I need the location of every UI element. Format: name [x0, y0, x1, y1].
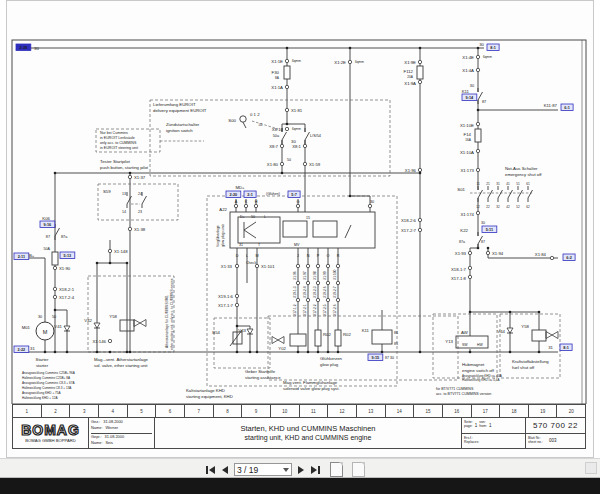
diagram-label: K11: [462, 89, 470, 94]
title-block: BOMAG BOMAG GMBH BOPPARD Gez.: 31.08.200…: [12, 418, 586, 449]
terminal: [316, 281, 319, 284]
last-page-button[interactable]: [310, 465, 321, 475]
diagram-label: G: [297, 200, 300, 204]
diagram-label: F112: [404, 69, 414, 74]
diagram-label: 87: [482, 100, 486, 104]
checked-name-row: Name: Seis: [91, 441, 152, 446]
window-resize-grip[interactable]: [585, 462, 597, 474]
terminal: [235, 303, 238, 306]
grid-number: 20: [557, 405, 585, 417]
diagram-label: 30: [470, 84, 474, 88]
grid-number: 3: [70, 405, 99, 417]
terminal: [476, 211, 479, 214]
diagram-label: 31: [30, 346, 35, 351]
diagram-label: Tester Startpilot: [100, 159, 131, 164]
junction-dot: [109, 262, 112, 265]
diagram-label: L/S/54: [310, 134, 321, 138]
diagram-label: 0 1 2: [250, 112, 260, 117]
terminal: [486, 251, 489, 254]
junction-dot: [538, 311, 541, 314]
diagram-label: X1:148: [114, 249, 128, 254]
diagram-label: fuel shut off: [512, 365, 535, 370]
next-page-button[interactable]: [297, 465, 305, 475]
diagram-label: 87a: [61, 235, 68, 239]
diagram-label: X17-1:7: [218, 303, 234, 308]
checked-row: Gepr.: 31.08.2000: [91, 433, 152, 440]
contact-icon: [498, 190, 503, 198]
diagram-label: 51: [516, 182, 520, 186]
first-page-button[interactable]: [205, 465, 216, 475]
diagram-label: X1:1E: [271, 59, 283, 64]
fuse-icon: [52, 252, 58, 265]
page-dropdown-icon[interactable]: [283, 468, 289, 472]
sheet-reference-text: 2:11: [18, 255, 25, 259]
contact-icon: [478, 92, 483, 100]
diagram-label: N: [307, 254, 310, 258]
sheet-reference-text: 6:1: [564, 106, 570, 110]
diagram-label: 41: [506, 182, 510, 186]
junction-dot: [469, 311, 472, 314]
diagram-label: X1:81: [291, 108, 303, 113]
contact-icon: [478, 190, 483, 198]
key-switch-icon: [243, 122, 246, 128]
junction-dot: [349, 47, 352, 50]
page-number-input[interactable]: 3 / 19: [234, 463, 292, 476]
diagram-label: 23: [138, 210, 142, 214]
diagram-label: F14: [464, 132, 472, 137]
junction-dot: [487, 247, 490, 250]
terminal: [476, 122, 479, 125]
component-box: [335, 330, 341, 346]
diagram-label: 87 30: [385, 356, 394, 360]
replaces-label: Ers.f.: Replaces:: [464, 437, 479, 445]
diagram-label: X1:1A: [271, 85, 283, 90]
diagram-label: M: [255, 254, 258, 258]
diagram-label: S00: [228, 118, 236, 123]
name-label: Name:: [91, 426, 102, 431]
diagram-label: X19-2:3: [313, 286, 317, 298]
diagram-label: X1:100: [333, 269, 337, 280]
diagram-label: X1:97: [303, 271, 307, 280]
diagram-label: 61: [526, 182, 530, 186]
junction-dot: [317, 351, 320, 354]
diagram-label: V41: [54, 324, 62, 329]
diagram-label: 16A: [465, 138, 472, 142]
diagram-label: 22: [486, 205, 490, 209]
junction-dot: [307, 351, 310, 354]
junction-dot: [236, 351, 239, 354]
facing-page-layout-button[interactable]: [352, 462, 365, 477]
diagram-label: 15: [306, 216, 310, 220]
valve-icon: [546, 332, 558, 339]
diode-icon: [94, 323, 100, 328]
diagram-label: Anzugswicklung Cummins C25B+ 96A: [22, 371, 76, 375]
terminal: [128, 175, 131, 178]
diagram-label: Haltewicklung Cummins C25B+ 8A: [22, 376, 71, 380]
grid-number: 18: [500, 405, 529, 417]
diagram-label: J: [297, 254, 299, 258]
single-page-layout-button[interactable]: [330, 462, 343, 477]
grid-number: 1: [13, 405, 42, 417]
contact-icon: [488, 190, 493, 198]
last-page-icon: [311, 466, 317, 474]
terminal: [476, 55, 479, 58]
diagram-label: R02: [323, 332, 331, 337]
page-label: Seite: page:: [464, 421, 473, 429]
terminal: [303, 162, 306, 165]
terminal: [53, 295, 56, 298]
terminal: [418, 60, 421, 63]
diagram-label: 13: [122, 192, 126, 196]
document-number: 570 700 22: [526, 418, 585, 433]
diagram-label: 31: [548, 345, 553, 350]
contact-icon: [528, 190, 533, 198]
previous-page-icon: [222, 466, 228, 474]
junction-dot: [419, 351, 422, 354]
diagram-label: X1:173: [460, 168, 474, 173]
diagram-label: Kraftstoffabstellung: [512, 359, 549, 364]
junction-dot: [256, 351, 259, 354]
terminal: [468, 251, 471, 254]
previous-page-button[interactable]: [221, 465, 229, 475]
diagram-label: X1:9A: [404, 81, 416, 86]
valve-icon: [272, 337, 284, 344]
grid-ruler: 1234567891011121314151617181920: [12, 404, 586, 418]
diagram-label: Starter: [36, 357, 49, 362]
sheet-reference-text: 6:2: [566, 256, 572, 260]
